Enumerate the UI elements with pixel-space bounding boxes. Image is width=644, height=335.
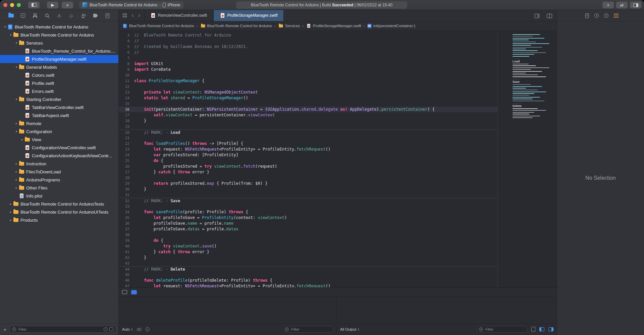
code-line-45[interactable]: 45 (119, 272, 497, 278)
tree-item-configurationviewcontroller-swift[interactable]: ConfigurationViewController.swift (0, 144, 118, 152)
code-line-29[interactable]: 29 return profilesStored.map { Profile(f… (119, 181, 497, 186)
recent-files-icon[interactable] (104, 327, 108, 331)
quick-help-inspector-icon[interactable]: ? (604, 13, 608, 18)
toggle-right-inspector-button[interactable] (630, 2, 641, 8)
attributes-inspector-icon[interactable] (614, 14, 619, 17)
editor-tab-profilestoragemanager-swift[interactable]: ProfileStorageManager.swift (213, 10, 284, 21)
code-line-35[interactable]: 35 let profileToSave = ProfileEntity(con… (119, 215, 497, 221)
tree-item-bluetooth-remote-control-for-arduino[interactable]: ▾BlueTooth Remote Control for Arduino (0, 31, 118, 39)
disclosure-triangle-icon[interactable]: ▾ (14, 98, 19, 101)
breadcrumb-item[interactable]: Minit(persistentContainer:) (367, 24, 415, 28)
console-filter-input[interactable] (477, 326, 527, 333)
breakpoint-navigator-tab[interactable] (93, 13, 98, 18)
code-line-47[interactable]: 47 let request: NSFetchRequest<ProfileEn… (119, 283, 497, 287)
editor-options-icon[interactable] (535, 14, 539, 18)
tree-item-filestodownload[interactable]: ▸FilesToDownLoad (0, 168, 118, 176)
tree-item-configurationactionkeyboardviewcontr-[interactable]: ConfigurationActionKeyboardViewContr... (0, 152, 118, 160)
disclosure-triangle-icon[interactable]: ▸ (8, 202, 13, 206)
tree-item-bluetooth-remote-control-for-arduinouite[interactable]: ▸BlueTooth Remote Control for ArduinoUIT… (0, 208, 118, 216)
disclosure-triangle-icon[interactable]: ▾ (8, 33, 13, 37)
code-line-16[interactable]: 16 init(persistentContainer: NSPersisten… (119, 107, 497, 112)
code-line-9[interactable]: 9import CoreData (119, 67, 497, 72)
source-control-navigator-tab[interactable]: × (20, 13, 26, 18)
variables-pane[interactable] (119, 297, 337, 324)
console-scope-dropdown[interactable]: All Output ▲▼ (340, 327, 359, 331)
tree-item-general-models[interactable]: ▾General Models (0, 63, 118, 71)
code-line-34[interactable]: 34 func saveProfile(profile: Profile) th… (119, 209, 497, 215)
code-line-8[interactable]: 8import UIKit (119, 61, 497, 67)
code-line-37[interactable]: 37 profileToSave.datas = profile.datas (119, 226, 497, 232)
tree-item-configuration[interactable]: ▾Configuration (0, 127, 118, 135)
code-line-7[interactable]: 7 (119, 55, 497, 61)
code-line-12[interactable]: 12 (119, 84, 497, 90)
tree-item-tabbaraspect-swift[interactable]: TabBarAspect.swift (0, 111, 118, 119)
code-line-17[interactable]: 17 self.viewContext = persistentContaine… (119, 112, 497, 118)
tree-item-remote[interactable]: ▸Remote (0, 119, 118, 127)
scheme-selector[interactable]: BlueTooth Remote Control for Arduino › i… (79, 1, 183, 9)
code-line-43[interactable]: 43 (119, 261, 497, 266)
source-control-status-icon[interactable] (109, 327, 113, 331)
code-line-27[interactable]: 27 } catch { throw error } (119, 169, 497, 175)
code-line-28[interactable]: 28 (119, 175, 497, 181)
code-line-32[interactable]: 32 // MARK: - Save (119, 198, 497, 204)
library-add-button[interactable]: + (602, 2, 614, 8)
tree-item-view[interactable]: ▸View (0, 135, 118, 144)
go-back-icon[interactable]: ‹ (132, 13, 133, 18)
tree-item-info-plist[interactable]: Info.plist (0, 192, 118, 200)
code-line-11[interactable]: 11class ProfileStorageManager { (119, 78, 497, 84)
breadcrumb-item[interactable]: ProfileStorageManager.swift (306, 23, 361, 29)
code-line-15[interactable]: 15 (119, 101, 497, 107)
zoom-window-button[interactable] (17, 3, 21, 7)
code-line-20[interactable]: 20 // MARK: - Load (119, 129, 497, 135)
code-line-22[interactable]: 22 func loadProfiles() throws -> [Profil… (119, 141, 497, 147)
code-line-24[interactable]: 24 var profilesStored: [ProfileEntity] (119, 152, 497, 158)
jump-bar[interactable]: BlueTooth Remote Control for Arduino›Blu… (119, 21, 557, 31)
add-file-button[interactable]: + (3, 327, 7, 332)
code-line-25[interactable]: 25 do { (119, 158, 497, 164)
code-line-13[interactable]: 13 private let viewContext: NSManagedObj… (119, 90, 497, 95)
report-navigator-tab[interactable] (105, 13, 110, 18)
disclosure-triangle-icon[interactable]: ▾ (14, 130, 19, 133)
tree-item-tabbarviewcontroller-swift[interactable]: TabBarViewController.swift (0, 103, 118, 111)
toggle-left-sidebar-button[interactable] (28, 2, 40, 8)
project-navigator-tab[interactable] (8, 13, 14, 18)
minimize-window-button[interactable] (10, 3, 14, 7)
tree-item-bluetooth-remote-control-for-arduino[interactable]: ▾BlueTooth Remote Control for Arduino (0, 23, 118, 31)
tree-item-products[interactable]: ▸Products (0, 216, 118, 224)
disclosure-triangle-icon[interactable]: ▸ (14, 122, 19, 125)
variables-scope-dropdown[interactable]: Auto ▲▼ (122, 327, 133, 331)
disclosure-triangle-icon[interactable]: ▸ (14, 162, 19, 165)
code-line-33[interactable]: 33 (119, 204, 497, 209)
breadcrumb-item[interactable]: Services (278, 23, 300, 29)
code-view[interactable]: 3// BlueTooth Remote Control for Arduino… (119, 31, 498, 287)
debug-navigator-tab[interactable] (80, 13, 86, 18)
issue-navigator-tab[interactable]: ⚠ (56, 13, 62, 18)
history-inspector-icon[interactable] (594, 13, 599, 18)
disclosure-triangle-icon[interactable]: ▸ (14, 170, 19, 173)
console-pane[interactable] (337, 297, 557, 324)
code-line-26[interactable]: 26 profilesStored = try viewContext.fetc… (119, 164, 497, 169)
variables-filter-input[interactable] (283, 326, 333, 333)
tree-item-bluetooth-remote-control-for-arduino-[interactable]: BlueTooth_Remote_Control_for_Arduino.... (0, 47, 118, 55)
code-line-23[interactable]: 23 let request: NSFetchRequest<ProfileEn… (119, 147, 497, 152)
code-line-18[interactable]: 18 } (119, 118, 497, 124)
show-variables-pane-icon[interactable] (539, 327, 544, 331)
tree-item-bluetooth-remote-control-for-arduinotest[interactable]: ▸BlueTooth Remote Control for ArduinoTes… (0, 200, 118, 208)
code-line-19[interactable]: 19 (119, 124, 497, 129)
code-line-46[interactable]: 46 func deleteProfile(profileToDelete: P… (119, 278, 497, 283)
tree-item-instruction[interactable]: ▸Instruction (0, 160, 118, 168)
close-window-button[interactable] (3, 3, 7, 7)
add-editor-split-icon[interactable] (547, 14, 552, 18)
clear-console-icon[interactable] (531, 328, 535, 332)
tree-item-starting-controller[interactable]: ▾Starting Controller (0, 95, 118, 103)
disclosure-triangle-icon[interactable]: ▾ (14, 65, 19, 69)
disclosure-triangle-icon[interactable]: ▸ (14, 186, 19, 189)
tree-item-errors-swift[interactable]: Errors.swift (0, 87, 118, 95)
minimap[interactable]: LoadSaveDelete (509, 31, 557, 287)
stop-button[interactable]: ■ (62, 2, 73, 8)
code-line-21[interactable]: 21 (119, 135, 497, 141)
code-line-38[interactable]: 38 (119, 232, 497, 238)
quicklook-eye-icon[interactable] (137, 328, 142, 331)
disclosure-triangle-icon[interactable]: ▸ (8, 218, 13, 222)
console-toggle-icon[interactable] (131, 290, 137, 294)
